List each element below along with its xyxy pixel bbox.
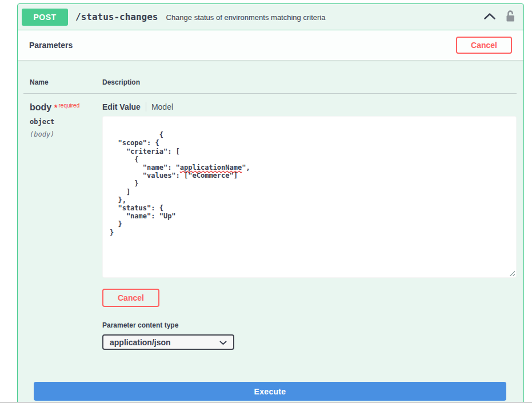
chevron-up-icon <box>483 13 496 22</box>
parameter-location: (body) <box>30 130 102 138</box>
parameters-body: Name Description body *required object (… <box>18 60 523 401</box>
parameters-section-header: Parameters Cancel <box>18 30 523 60</box>
execute-button[interactable]: Execute <box>34 382 506 401</box>
editor-tabs: Edit Value Model <box>102 102 517 111</box>
collapse-operation-button[interactable] <box>483 13 496 22</box>
parameter-name-cell: body *required object (body) <box>23 102 102 350</box>
authorization-button[interactable] <box>506 10 515 24</box>
parameters-table-header: Name Description <box>23 71 517 94</box>
textarea-resize-handle[interactable] <box>509 270 515 276</box>
tab-divider <box>146 102 146 111</box>
body-editor[interactable]: { "scope": { "criteria": [ { "name": "ap… <box>102 116 517 278</box>
parameter-name: body <box>30 102 51 112</box>
parameter-row-body: body *required object (body) Edit Value … <box>23 94 517 350</box>
tab-edit-value[interactable]: Edit Value <box>102 102 141 111</box>
chevron-down-icon <box>219 337 227 348</box>
column-header-description: Description <box>102 78 517 86</box>
operation-block-post-status-changes: POST /status-changes Change status of en… <box>17 3 524 403</box>
operation-summary-header[interactable]: POST /status-changes Change status of en… <box>18 4 523 30</box>
parameters-title: Parameters <box>29 41 73 50</box>
body-editor-text: { "scope": { "criteria": [ { "name": "ap… <box>110 131 250 236</box>
execute-wrapper: Execute <box>23 382 517 401</box>
column-header-name: Name <box>23 78 102 86</box>
try-out-cancel-button[interactable]: Cancel <box>456 37 512 54</box>
parameter-type: object <box>30 118 102 126</box>
unlock-icon <box>506 10 515 24</box>
content-type-select[interactable]: application/json <box>102 334 234 350</box>
required-label: required <box>59 102 80 109</box>
content-type-selected-value: application/json <box>110 338 219 347</box>
endpoint-summary: Change status of environments matching c… <box>166 12 484 22</box>
required-asterisk: * <box>54 102 58 112</box>
http-method-badge: POST <box>22 9 68 26</box>
parameters-table: Name Description body *required object (… <box>23 71 517 350</box>
endpoint-path: /status-changes <box>75 11 158 22</box>
tab-model[interactable]: Model <box>151 102 173 111</box>
parameter-content-type-label: Parameter content type <box>102 321 517 329</box>
parameter-content-type-block: Parameter content type application/json <box>102 321 517 350</box>
editor-cancel-button[interactable]: Cancel <box>102 289 159 307</box>
parameter-description-cell: Edit Value Model { "scope": { "criteria"… <box>102 102 517 350</box>
